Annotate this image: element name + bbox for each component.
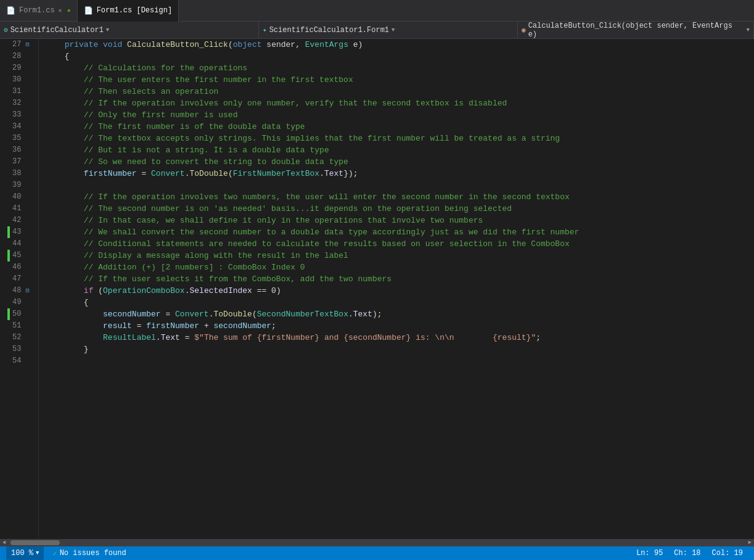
line-num-49: 49 <box>6 297 33 308</box>
line-num-45: 45 <box>6 250 33 261</box>
file-icon: 📄 <box>6 6 15 15</box>
tab-form1cs-label: Form1.cs <box>19 6 55 15</box>
code-line-52: ResultLabel.Text = $"The sum of {firstNu… <box>45 332 754 344</box>
class-dropdown-label: ScientificCalculator1 <box>10 26 104 35</box>
collapse-icon-48[interactable]: ⊟ <box>23 285 31 297</box>
code-line-53: } <box>45 344 754 355</box>
line-num-48: 48⊟ <box>6 285 33 297</box>
code-line-32: // If the operation involves only one nu… <box>45 97 754 109</box>
collapse-icon-27[interactable]: ⊟ <box>23 39 31 51</box>
toolbar-row: ⚙ ScientificCalculator1 ▼ ✦ ScientificCa… <box>0 22 754 39</box>
line-num-28: 28 <box>6 51 33 62</box>
scroll-left-arrow[interactable]: ◄ <box>0 540 8 546</box>
member-dropdown-label: ScientificCalculator1.Form1 <box>269 26 389 35</box>
code-line-33: // Only the first number is used <box>45 109 754 121</box>
tab-form1cs[interactable]: 📄 Form1.cs ✕ ● <box>0 0 78 22</box>
line-num-46: 46 <box>6 261 33 273</box>
code-line-41: // The second number is on 'as needed' b… <box>45 203 754 215</box>
scroll-right-arrow[interactable]: ► <box>746 540 754 546</box>
code-line-31: // Then selects an operation <box>45 86 754 97</box>
line-numbers-gutter: 27⊟2829303132333435363738394041424344454… <box>0 39 39 539</box>
line-num-42: 42 <box>6 215 33 226</box>
line-num-52: 52 <box>6 332 33 344</box>
code-line-47: // If the user selects it from the Combo… <box>45 273 754 285</box>
code-line-39 <box>45 179 754 191</box>
line-num-30: 30 <box>6 74 33 86</box>
status-check-icon: ✓ <box>52 549 57 558</box>
line-num-50: 50 <box>6 308 33 320</box>
class-icon: ⚙ <box>4 26 8 34</box>
tab-dot: ● <box>67 7 71 14</box>
horizontal-scrollbar[interactable]: ◄ ► <box>0 539 754 546</box>
code-line-27: private void CalculateButton_Click(objec… <box>45 39 754 51</box>
method-icon: ◉ <box>522 26 526 34</box>
line-number-status: Ln: 95 <box>631 546 668 560</box>
class-dropdown-arrow: ▼ <box>106 27 109 33</box>
method-dropdown-arrow: ▼ <box>747 27 750 33</box>
close-tab-form1cs[interactable]: ✕ <box>59 7 62 14</box>
line-num-31: 31 <box>6 86 33 97</box>
code-line-34: // The first number is of the double dat… <box>45 121 754 133</box>
line-num-51: 51 <box>6 320 33 332</box>
line-num-47: 47 <box>6 273 33 285</box>
code-line-50: secondNumber = Convert.ToDouble(SecondNu… <box>45 308 754 320</box>
line-num-39: 39 <box>6 179 33 191</box>
scrollbar-track[interactable] <box>10 540 743 545</box>
line-num-38: 38 <box>6 168 33 179</box>
line-num-35: 35 <box>6 133 33 144</box>
line-num-44: 44 <box>6 238 33 250</box>
code-line-46: // Addition (+) [2 numbers] : ComboBox I… <box>45 261 754 273</box>
code-line-49: { <box>45 297 754 308</box>
zoom-arrow: ▼ <box>36 550 39 556</box>
issues-status: ✓ No issues found <box>49 546 129 560</box>
zoom-level[interactable]: 100 % ▼ <box>6 546 44 560</box>
code-line-38: firstNumber = Convert.ToDouble(FirstNumb… <box>45 168 754 179</box>
char-status: Ch: 18 <box>669 546 705 560</box>
tab-form1design[interactable]: 📄 Form1.cs [Design] <box>78 0 179 22</box>
line-num-34: 34 <box>6 121 33 133</box>
method-dropdown-label: CalculateButton_Click(object sender, Eve… <box>528 22 744 39</box>
cursor-position: Ln: 95 Ch: 18 Col: 19 <box>631 546 748 560</box>
change-indicator <box>7 250 10 261</box>
class-dropdown[interactable]: ⚙ ScientificCalculator1 ▼ <box>0 22 259 39</box>
zoom-value: 100 % <box>11 549 33 558</box>
tab-form1design-label: Form1.cs [Design] <box>97 6 172 15</box>
line-num-36: 36 <box>6 144 33 156</box>
code-line-48: if (OperationComboBox.SelectedIndex == 0… <box>45 285 754 297</box>
code-line-30: // The user enters the first number in t… <box>45 74 754 86</box>
code-line-51: result = firstNumber + secondNumber; <box>45 320 754 332</box>
change-indicator <box>7 308 10 320</box>
code-line-40: // If the operation involves two numbers… <box>45 191 754 203</box>
line-num-37: 37 <box>6 156 33 168</box>
member-dropdown-arrow: ▼ <box>391 27 395 33</box>
line-num-40: 40 <box>6 191 33 203</box>
code-line-28: { <box>45 51 754 62</box>
code-content[interactable]: private void CalculateButton_Click(objec… <box>39 39 754 539</box>
change-indicator <box>7 226 10 238</box>
line-num-54: 54 <box>6 355 33 367</box>
line-num-43: 43 <box>6 226 33 238</box>
code-line-36: // But it is not a string. It is a doubl… <box>45 144 754 156</box>
line-num-33: 33 <box>6 109 33 121</box>
member-dropdown[interactable]: ✦ ScientificCalculator1.Form1 ▼ <box>259 22 518 39</box>
code-line-37: // So we need to convert the string to d… <box>45 156 754 168</box>
col-status: Col: 19 <box>707 546 748 560</box>
status-text: No issues found <box>60 549 126 558</box>
code-line-45: // Display a message along with the resu… <box>45 250 754 261</box>
line-num-32: 32 <box>6 97 33 109</box>
code-line-43: // We shall convert the second number to… <box>45 226 754 238</box>
scrollbar-thumb[interactable] <box>10 540 60 545</box>
title-bar: 📄 Form1.cs ✕ ● 📄 Form1.cs [Design] <box>0 0 754 22</box>
file-icon2: 📄 <box>84 6 93 15</box>
editor-area: 27⊟2829303132333435363738394041424344454… <box>0 39 754 539</box>
line-num-41: 41 <box>6 203 33 215</box>
status-bar: 100 % ▼ ✓ No issues found Ln: 95 Ch: 18 … <box>0 546 754 560</box>
line-num-29: 29 <box>6 62 33 74</box>
line-num-27: 27⊟ <box>6 39 33 51</box>
code-line-29: // Calculations for the operations <box>45 62 754 74</box>
code-line-42: // In that case, we shall define it only… <box>45 215 754 226</box>
method-dropdown[interactable]: ◉ CalculateButton_Click(object sender, E… <box>518 22 754 39</box>
line-num-53: 53 <box>6 344 33 355</box>
code-line-35: // The textbox accepts only strings. Thi… <box>45 133 754 144</box>
member-icon: ✦ <box>263 26 267 34</box>
